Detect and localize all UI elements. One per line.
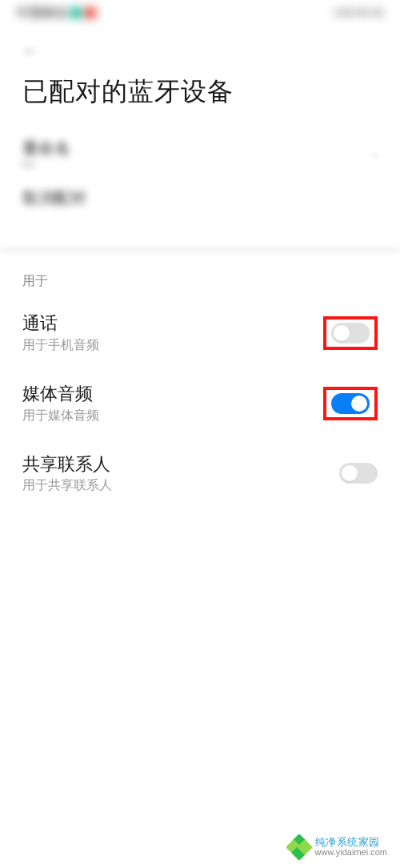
- watermark-url: www.yidaimei.com: [315, 848, 387, 858]
- status-left: 中国移动: [16, 5, 96, 22]
- option-title: 通话: [22, 312, 314, 336]
- toggle-media[interactable]: [331, 393, 370, 414]
- unpair-label: 取消配对: [22, 188, 378, 207]
- status-icon: [70, 7, 82, 18]
- section-header: 用于: [0, 254, 400, 298]
- rename-row[interactable]: 重命名 K3 ›: [22, 139, 378, 171]
- rename-value: K3: [22, 159, 70, 171]
- unpair-row[interactable]: 取消配对: [22, 188, 378, 207]
- toggle-contacts[interactable]: [339, 463, 378, 484]
- option-title: 共享联系人: [22, 453, 330, 476]
- chevron-right-icon: ›: [374, 147, 378, 162]
- option-text: 共享联系人用于共享联系人: [22, 453, 330, 495]
- watermark: 纯净系统家园 www.yidaimei.com: [288, 836, 387, 858]
- option-text: 媒体音频用于媒体音频: [22, 383, 314, 424]
- option-title: 媒体音频: [22, 383, 314, 406]
- highlight-box: [323, 316, 378, 350]
- option-subtitle: 用于手机音频: [22, 337, 314, 354]
- watermark-title: 纯净系统家园: [315, 837, 387, 848]
- option-text: 通话用于手机音频: [22, 312, 314, 354]
- option-row-media: 媒体音频用于媒体音频: [0, 368, 400, 439]
- option-subtitle: 用于媒体音频: [22, 408, 314, 424]
- status-bar: 中国移动 3:48 HD 4G: [0, 0, 400, 26]
- toggle-call[interactable]: [331, 323, 370, 344]
- watermark-logo-icon: [288, 836, 310, 858]
- option-subtitle: 用于共享联系人: [22, 477, 330, 494]
- toggle-knob: [342, 465, 358, 481]
- section-divider: [0, 246, 400, 254]
- status-right: 3:48 HD 4G: [334, 7, 384, 18]
- status-icon: [85, 7, 96, 18]
- back-button[interactable]: ←: [22, 42, 38, 60]
- toggle-knob: [334, 325, 350, 341]
- option-row-call: 通话用于手机音频: [0, 298, 400, 368]
- highlight-box: [323, 387, 378, 420]
- page-title: 已配对的蓝牙设备: [0, 66, 400, 132]
- option-row-contacts: 共享联系人用于共享联系人: [0, 439, 400, 509]
- device-info-section: 重命名 K3 › 取消配对: [0, 132, 400, 231]
- rename-label: 重命名: [22, 139, 70, 158]
- toggle-knob: [351, 396, 367, 412]
- carrier-label: 中国移动: [16, 5, 67, 22]
